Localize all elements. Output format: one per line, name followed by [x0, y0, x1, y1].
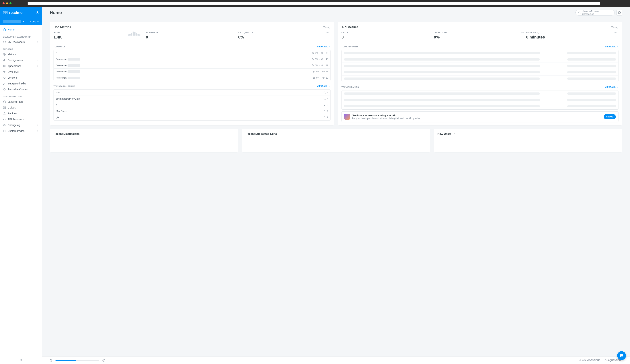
nav-custom-pages[interactable]: Custom Pages	[0, 128, 42, 134]
nav-suggested-edits[interactable]: Suggested Edits	[0, 81, 42, 86]
view-all-companies[interactable]: VIEW ALL	[605, 86, 618, 88]
brand-name: readme	[9, 10, 22, 15]
thumbs-up-icon	[312, 52, 314, 54]
nav-appearance[interactable]: Appearance	[0, 63, 42, 69]
page-row[interactable]: /reference/0%·68	[54, 75, 330, 81]
arrow-right-icon	[616, 86, 618, 88]
chevron-right-icon	[37, 107, 39, 109]
happy-face-icon	[102, 359, 105, 362]
status-bar: 0 SUGGESTIONS 0 QUESTIONS	[42, 356, 630, 364]
settings-button[interactable]	[616, 10, 622, 15]
recent-discussions-card: Recent Discussions	[50, 129, 238, 153]
view-all-pages[interactable]: VIEW ALL	[317, 45, 330, 48]
eye-icon	[321, 58, 324, 60]
view-all-search[interactable]: VIEW ALL	[317, 85, 330, 88]
gear-icon	[618, 11, 621, 14]
top-companies-header: TOP COMPANIES	[342, 86, 359, 88]
api-metrics-card: API Metrics Weekly CALLS 0	[338, 22, 622, 126]
nav-recipes[interactable]: Recipes	[0, 111, 42, 116]
search-row[interactable]: estimatedDeliveryDate4	[54, 96, 330, 102]
nav-guides[interactable]: Guides	[0, 105, 42, 111]
setup-button[interactable]: Set Up	[604, 114, 616, 119]
version-selector[interactable]: v1.0.0	[30, 20, 39, 23]
sidebar: readme v1.0.0 Home DEVELOPER DASHBOARD M…	[0, 7, 42, 364]
search-row[interactable]: _ts2	[54, 114, 330, 120]
svg-point-9	[322, 53, 322, 53]
svg-point-13	[323, 77, 324, 78]
page-row[interactable]: /reference/0%·129	[54, 62, 330, 69]
nav-changelog[interactable]: Changelog	[0, 122, 42, 128]
search-input[interactable]: Users, API Keys, Companies	[576, 10, 615, 15]
page-row[interactable]: /reference/0%·78	[54, 69, 330, 75]
nav-metrics[interactable]: Metrics	[0, 51, 42, 57]
new-users-card[interactable]: New Users	[434, 129, 622, 153]
thumbs-up-icon	[313, 70, 315, 73]
nav-configuration[interactable]: Configuration	[0, 57, 42, 63]
brand-logo[interactable]: readme	[3, 10, 22, 15]
api-metrics-period: Weekly	[611, 26, 618, 28]
chat-fab[interactable]	[617, 351, 626, 360]
chevron-right-icon	[37, 124, 39, 126]
stat-error-rate-value: 0%	[434, 35, 448, 40]
nav-versions[interactable]: Versions	[0, 75, 42, 81]
svg-point-14	[324, 92, 325, 93]
user-icon[interactable]	[36, 11, 39, 14]
recycle-icon	[3, 88, 6, 91]
chevron-right-icon	[37, 130, 39, 132]
svg-point-8	[619, 12, 620, 13]
top-pages-header: TOP PAGES	[54, 46, 66, 48]
sentiment-progress	[56, 360, 99, 361]
arrow-right-icon	[328, 85, 330, 87]
stat-quality-value: 0%	[238, 35, 253, 40]
sidebar-footer	[0, 356, 42, 364]
doc-metrics-title: Doc Metrics	[54, 25, 71, 29]
nav-home[interactable]: Home	[0, 27, 42, 32]
svg-point-12	[323, 71, 324, 72]
chat-icon	[604, 359, 607, 362]
flask-icon	[3, 112, 6, 115]
window-max-dot[interactable]	[10, 2, 12, 4]
top-endpoints-skeleton	[342, 50, 618, 82]
search-icon	[324, 104, 326, 106]
search-row[interactable]: limit5	[54, 90, 330, 96]
nav-reusable-content[interactable]: Reusable Content	[0, 86, 42, 92]
info-icon[interactable]	[537, 31, 539, 34]
url-bar[interactable]	[28, 2, 600, 5]
search-icon	[324, 116, 326, 119]
nav-api-reference[interactable]: API Reference	[0, 116, 42, 122]
nav-owlbot[interactable]: Owlbot AI	[0, 69, 42, 75]
chat-bubble-icon	[620, 354, 624, 358]
svg-point-10	[322, 59, 322, 59]
chevron-down-icon	[37, 21, 39, 23]
page-row[interactable]: /0%·189	[54, 50, 330, 56]
project-bar[interactable]: v1.0.0	[0, 18, 42, 25]
wrench-icon	[3, 59, 6, 62]
window-min-dot[interactable]	[6, 2, 8, 4]
search-row[interactable]: Mini Stars2	[54, 108, 330, 114]
view-all-endpoints[interactable]: VIEW ALL	[605, 45, 618, 48]
code-icon	[3, 118, 6, 121]
sad-face-icon	[50, 359, 52, 362]
document-icon	[3, 130, 6, 132]
svg-point-2	[4, 66, 5, 66]
search-row[interactable]: a2	[54, 102, 330, 108]
chevron-right-icon	[37, 59, 39, 61]
suggestions-count[interactable]: 0 SUGGESTIONS	[579, 359, 600, 362]
thumbs-up-icon	[312, 58, 314, 60]
svg-point-21	[103, 359, 105, 362]
top-search-list: limit5estimatedDeliveryDate4a2Mini Stars…	[54, 89, 330, 121]
nav-my-developers[interactable]: My Developers	[0, 39, 42, 45]
eye-icon	[321, 52, 324, 54]
window-close-dot[interactable]	[2, 2, 4, 4]
nav-landing-page[interactable]: Landing Page	[0, 99, 42, 105]
eye-icon	[322, 70, 325, 73]
search-icon[interactable]	[20, 359, 22, 362]
top-endpoints-header: TOP ENDPOINTS	[342, 46, 358, 48]
svg-point-16	[324, 104, 325, 106]
section-dev-dashboard: DEVELOPER DASHBOARD	[0, 32, 42, 39]
api-promo: See how your users are using your API Le…	[342, 111, 618, 122]
doc-metrics-card: Doc Metrics Weekly VIEWS 1.4K	[50, 22, 334, 126]
stat-views-value: 1.4K	[54, 35, 62, 40]
svg-point-18	[324, 117, 325, 118]
page-row[interactable]: /reference/0%·148	[54, 56, 330, 62]
